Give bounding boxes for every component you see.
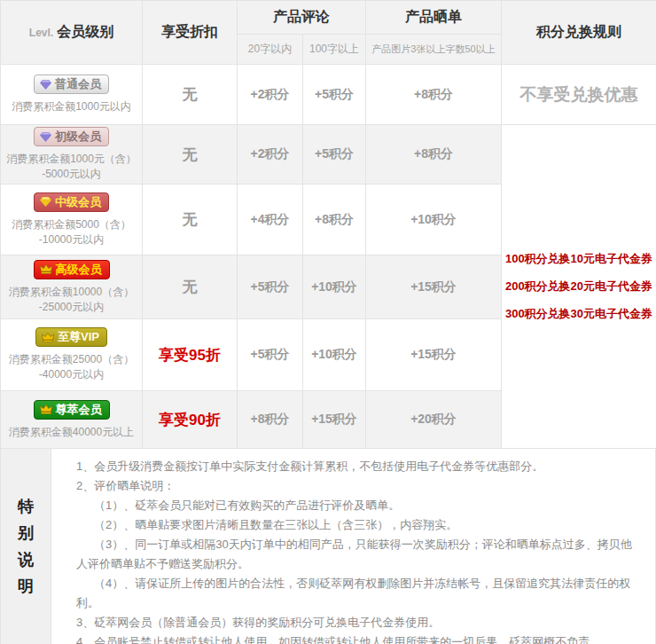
level-badge: 至尊VIP <box>35 327 107 347</box>
note-item: （3）、同一订单或相隔30天内订单中的相同产品，只能获得一次奖励积分；评论和晒单… <box>76 535 643 574</box>
level-cell: 初级会员 消费累积金额1000元（含）-5000元以内 <box>1 125 143 185</box>
level-desc: 消费累积金额1000元以内 <box>1 99 142 114</box>
crown-icon <box>40 404 52 414</box>
review-long-cell: +15积分 <box>303 391 366 449</box>
note-item: 4、会员账号禁止转借或转让他人使用，如因转借或转让他人使用所带来的一切后果，砭萃… <box>76 632 643 644</box>
level-cell: 至尊VIP 消费累积金额25000（含）-40000元以内 <box>1 319 143 391</box>
review-short-cell: +8积分 <box>238 391 303 449</box>
review-short-cell: +4积分 <box>238 185 303 255</box>
gem-icon <box>40 132 51 142</box>
col-subheader-share: 产品图片3张以上字数50以上 <box>366 35 502 65</box>
share-cell: +8积分 <box>366 65 502 125</box>
voucher-line: 200积分兑换20元电子代金券 <box>502 279 656 295</box>
level-cell: 尊萃会员 消费累积金额40000元以上 <box>1 391 143 449</box>
level-badge: 高级会员 <box>34 260 110 279</box>
level-cell: 高级会员 消费累积金额10000（含）-25000元以内 <box>1 255 143 319</box>
col-subheader-review-short: 20字以内 <box>238 35 303 65</box>
voucher-line: 300积分兑换30元电子代金券 <box>502 306 656 322</box>
level-cell: 普通会员 消费累积金额1000元以内 <box>1 65 143 125</box>
share-cell: +10积分 <box>366 185 502 255</box>
level-badge: 普通会员 <box>34 75 109 94</box>
level-badge-label: 尊萃会员 <box>56 404 102 416</box>
review-long-cell: +5积分 <box>303 125 366 185</box>
special-notes-section: 特 别 说 明 1、会员升级消费金额按订单中实际支付金额计算累积，不包括使用电子… <box>0 449 656 644</box>
level-badge: 尊萃会员 <box>34 400 110 420</box>
discount-cell: 享受95折 <box>143 319 238 391</box>
col-subheader-review-long: 100字以上 <box>303 35 366 65</box>
table-row-junior: 初级会员 消费累积金额1000元（含）-5000元以内 无 +2积分 +5积分 … <box>1 125 656 185</box>
review-short-cell: +5积分 <box>238 255 303 319</box>
level-prefix-label: Levl. <box>29 27 53 39</box>
crown-icon <box>42 333 54 342</box>
discount-cell: 享受90折 <box>143 391 238 449</box>
note-item: 2、评价晒单说明： <box>76 476 643 496</box>
discount-cell: 无 <box>143 185 238 255</box>
note-item: 3、砭萃网会员（除普通会员）获得的奖励积分可兑换电子代金券使用。 <box>76 613 643 632</box>
voucher-line: 100积分兑换10元电子代金券 <box>502 251 656 267</box>
level-badge-label: 初级会员 <box>55 130 101 143</box>
review-long-cell: +10积分 <box>303 319 366 391</box>
level-desc: 消费累积金额40000元以上 <box>1 425 142 440</box>
membership-table: Levl.会员级别 享受折扣 产品评论 产品晒单 积分兑换规则 20字以内 10… <box>0 0 656 449</box>
notes-content: 1、会员升级消费金额按订单中实际支付金额计算累积，不包括使用电子代金券等优惠部分… <box>51 449 655 644</box>
level-badge-label: 普通会员 <box>55 78 101 90</box>
gem-icon <box>40 197 51 207</box>
discount-cell: 无 <box>143 125 238 185</box>
gem-icon <box>40 80 51 90</box>
note-item: （2）、晒单贴要求图片清晰且数量在三张以上（含三张），内容翔实。 <box>76 515 643 535</box>
share-cell: +15积分 <box>366 255 502 319</box>
review-short-cell: +2积分 <box>238 125 303 185</box>
table-row-regular: 普通会员 消费累积金额1000元以内 无 +2积分 +5积分 +8积分 不享受兑… <box>1 65 656 125</box>
level-desc: 消费累积金额25000（含）-40000元以内 <box>1 352 142 382</box>
membership-benefits-panel: Levl.会员级别 享受折扣 产品评论 产品晒单 积分兑换规则 20字以内 10… <box>0 0 656 644</box>
note-item: （4）、请保证所上传的图片的合法性，否则砭萃网有权删除图片并冻结帐号，且保留追究… <box>76 574 643 613</box>
notes-label: 特 别 说 明 <box>1 449 51 644</box>
level-desc: 消费累积金额5000（含）-10000元以内 <box>1 217 142 247</box>
level-cell: 中级会员 消费累积金额5000（含）-10000元以内 <box>1 185 143 255</box>
note-item: （1）、砭萃会员只能对已有效购买的产品进行评价及晒单。 <box>76 496 643 515</box>
note-item: 1、会员升级消费金额按订单中实际支付金额计算累积，不包括使用电子代金券等优惠部分… <box>76 457 643 476</box>
level-badge-label: 中级会员 <box>55 196 101 208</box>
discount-cell: 无 <box>143 65 238 125</box>
level-badge-label: 至尊VIP <box>58 331 99 343</box>
col-header-share: 产品晒单 <box>366 1 502 35</box>
level-badge: 中级会员 <box>34 192 109 212</box>
crown-icon <box>40 264 52 274</box>
share-cell: +15积分 <box>366 319 502 391</box>
col-header-level: Levl.会员级别 <box>1 1 143 65</box>
level-badge-label: 高级会员 <box>56 263 102 276</box>
level-header-label: 会员级别 <box>57 24 113 39</box>
discount-cell: 无 <box>143 255 238 319</box>
share-cell: +20积分 <box>366 391 502 449</box>
share-cell: +8积分 <box>366 125 502 185</box>
level-desc: 消费累积金额1000元（含）-5000元以内 <box>1 152 142 182</box>
header-row: Levl.会员级别 享受折扣 产品评论 产品晒单 积分兑换规则 <box>1 1 656 35</box>
review-short-cell: +5积分 <box>238 319 303 391</box>
review-long-cell: +10积分 <box>303 255 366 319</box>
col-header-review: 产品评论 <box>238 1 366 35</box>
col-header-exchange: 积分兑换规则 <box>502 1 656 65</box>
level-badge: 初级会员 <box>34 127 109 146</box>
col-header-discount: 享受折扣 <box>143 1 238 65</box>
review-long-cell: +8积分 <box>303 185 366 255</box>
exchange-voucher-cell: 100积分兑换10元电子代金券 200积分兑换20元电子代金券 300积分兑换3… <box>502 125 656 449</box>
level-desc: 消费累积金额10000（含）-25000元以内 <box>1 285 142 315</box>
review-long-cell: +5积分 <box>303 65 366 125</box>
review-short-cell: +2积分 <box>238 65 303 125</box>
exchange-no-benefit-cell: 不享受兑换优惠 <box>502 65 656 125</box>
